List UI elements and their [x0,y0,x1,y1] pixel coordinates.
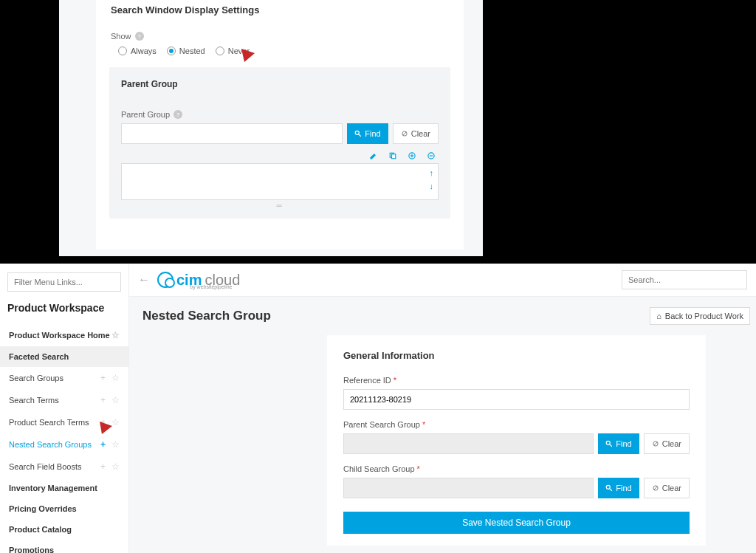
plus-icon[interactable]: + [100,461,106,472]
parent-group-panel: Parent Group Parent Group ? Find [109,67,450,219]
svg-rect-5 [392,154,396,159]
find-button[interactable]: Find [347,123,388,144]
sidebar-item-label: Search Field Boosts [9,462,81,471]
sidebar-item-nested-search-groups[interactable]: Nested Search Groups+☆ [7,433,121,456]
page-title: Nested Search Group [142,309,271,323]
find-label: Find [616,484,631,492]
back-to-workspace-button[interactable]: ⌂ Back to Product Work [650,307,750,325]
sidebar-item-label: Product Search Terms [9,418,89,427]
star-icon[interactable]: ☆ [111,439,120,450]
reference-id-input[interactable] [343,389,690,410]
child-search-group-input[interactable] [343,478,594,498]
svg-line-19 [654,487,657,490]
clear-icon [652,484,659,492]
logo-icon [157,272,173,288]
sidebar-item-label: Faceted Search [9,352,69,361]
parent-group-list[interactable]: ↑ ↓ [121,163,439,200]
svg-point-0 [356,131,360,134]
sidebar-item-label: Search Terms [9,396,59,405]
sidebar-item-product-search-terms[interactable]: Product Search Terms+☆ [7,411,121,433]
reference-id-label: Reference ID [343,376,391,385]
child-clear-button[interactable]: Clear [644,478,690,498]
clear-button-label: Clear [411,129,430,138]
sidebar-item-inventory-management[interactable]: Inventory Management [7,478,121,498]
svg-line-15 [654,442,657,445]
sidebar-item-search-terms[interactable]: Search Terms+☆ [7,389,121,411]
app-shell: Product Workspace Product Workspace Home… [0,264,756,553]
star-icon[interactable]: ☆ [111,373,120,383]
parent-clear-button[interactable]: Clear [644,433,690,454]
edit-icon[interactable] [369,151,378,160]
svg-point-16 [607,485,611,489]
svg-line-17 [610,489,612,491]
star-icon[interactable]: ☆ [111,330,120,340]
back-button-label: Back to Product Work [665,312,743,320]
parent-group-input[interactable] [121,123,343,144]
sidebar-item-product-workspace-home[interactable]: Product Workspace Home☆ [7,324,121,346]
star-icon[interactable]: ☆ [111,395,120,405]
add-icon[interactable] [408,151,416,160]
filter-menu-input[interactable] [7,272,121,292]
sidebar-item-promotions[interactable]: Promotions [7,540,121,553]
radio-nested[interactable]: Nested [167,47,205,55]
radio-nested-label: Nested [179,47,205,55]
star-icon[interactable]: ☆ [111,461,120,472]
child-search-group-label: Child Search Group [343,464,415,473]
clear-icon [652,440,659,447]
sidebar-item-label: Search Groups [9,374,63,382]
list-action-icons [121,151,439,160]
parent-group-field-label: Parent Group [121,110,170,119]
required-indicator: * [417,464,420,473]
settings-card: Search Window Display Settings Show ? Al… [96,0,464,250]
main-content: ← cimcloud by websitepipeline Nested Sea… [129,264,756,553]
radio-icon-selected [167,47,176,55]
clear-label: Clear [662,484,681,492]
parent-search-group-input[interactable] [343,433,594,454]
plus-icon[interactable]: + [100,373,106,383]
copy-icon[interactable] [388,151,397,160]
find-label: Find [616,439,631,448]
sidebar-item-pricing-overrides[interactable]: Pricing Overrides [7,498,121,519]
sidebar-item-icons: +☆ [100,461,120,472]
sidebar-item-label: Nested Search Groups [9,440,92,449]
parent-panel-title: Parent Group [121,79,439,89]
home-icon: ⌂ [656,312,662,320]
child-find-button[interactable]: Find [598,478,639,498]
sidebar-item-icons: +☆ [100,417,120,427]
search-icon [605,440,613,447]
help-icon[interactable]: ? [173,110,182,119]
move-up-icon[interactable]: ↑ [430,168,434,177]
help-icon[interactable]: ? [135,32,144,41]
radio-always-label: Always [131,47,157,55]
section-title: Search Window Display Settings [111,4,449,16]
sidebar-item-search-field-boosts[interactable]: Search Field Boosts+☆ [7,456,121,478]
sidebar-item-product-catalog[interactable]: Product Catalog [7,519,121,540]
radio-never[interactable]: Never [216,47,250,55]
nav-back-button[interactable]: ← [138,273,150,286]
move-down-icon[interactable]: ↓ [430,182,434,190]
save-button[interactable]: Save Nested Search Group [343,512,690,534]
sidebar-item-icons: +☆ [100,373,120,383]
svg-line-1 [359,134,361,137]
sidebar-item-icons: +☆ [100,395,120,405]
sidebar-item-search-groups[interactable]: Search Groups+☆ [7,367,121,389]
remove-icon[interactable] [427,151,436,160]
plus-icon[interactable]: + [100,439,106,450]
sidebar-item-faceted-search[interactable]: Faceted Search [0,346,128,367]
plus-icon[interactable]: + [100,395,106,405]
resize-grip-icon[interactable]: ═ [121,202,439,210]
workspace-title: Product Workspace [7,302,121,314]
global-search-input[interactable] [622,270,747,289]
required-indicator: * [394,376,396,385]
search-icon [605,484,613,492]
radio-never-label: Never [228,47,250,55]
plus-icon[interactable]: + [100,417,106,427]
clear-button[interactable]: Clear [393,123,439,144]
radio-always[interactable]: Always [118,47,157,55]
star-icon[interactable]: ☆ [111,417,120,427]
settings-panel-background: Search Window Display Settings Show ? Al… [59,0,483,256]
find-button-label: Find [365,129,380,138]
form-title: General Information [343,350,690,361]
radio-icon [216,47,224,55]
parent-find-button[interactable]: Find [598,433,639,454]
